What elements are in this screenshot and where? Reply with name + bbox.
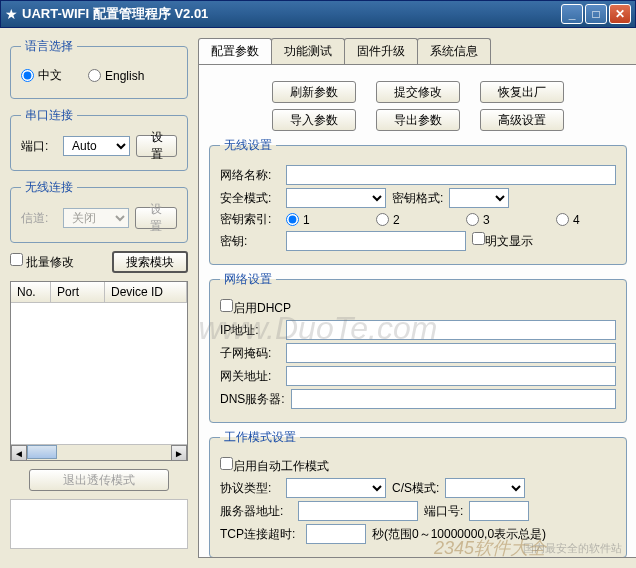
gateway-label: 网关地址: (220, 368, 280, 385)
search-module-button[interactable]: 搜索模块 (112, 251, 188, 273)
network-settings-group: 网络设置 启用DHCP IP地址: 子网掩码: 网关地址: DNS服务器 (209, 271, 627, 423)
keyidx-label: 密钥索引: (220, 211, 280, 228)
titlebar: ★ UART-WIFI 配置管理程序 V2.01 _ □ ✕ (0, 0, 636, 28)
wireless-settings-group: 无线设置 网络名称: 安全模式: 密钥格式: 密钥索引: 1 2 3 (209, 137, 627, 265)
channel-label: 信道: (21, 210, 57, 227)
serverport-input[interactable] (469, 501, 529, 521)
dhcp-checkbox[interactable]: 启用DHCP (220, 299, 291, 317)
csmode-label: C/S模式: (392, 480, 439, 497)
table-body (11, 303, 187, 443)
right-panel: 配置参数 功能测试 固件升级 系统信息 刷新参数 提交修改 恢复出厂 导入参数 … (198, 38, 636, 558)
workmode-group: 工作模式设置 启用自动工作模式 协议类型: C/S模式: 服务器地址: 端口号: (209, 429, 627, 558)
wireless-settings-legend: 无线设置 (220, 137, 276, 154)
key-label: 密钥: (220, 233, 280, 250)
timeout-hint: 秒(范围0～10000000,0表示总是) (372, 526, 546, 543)
submit-button[interactable]: 提交修改 (376, 81, 460, 103)
language-legend: 语言选择 (21, 38, 77, 55)
plaintext-checkbox[interactable]: 明文显示 (472, 232, 533, 250)
ip-input[interactable] (286, 320, 616, 340)
tab-content: 刷新参数 提交修改 恢复出厂 导入参数 导出参数 高级设置 无线设置 网络名称:… (198, 64, 636, 558)
mask-label: 子网掩码: (220, 345, 280, 362)
language-group: 语言选择 中文 English (10, 38, 188, 99)
protocol-label: 协议类型: (220, 480, 280, 497)
key-input[interactable] (286, 231, 466, 251)
exit-transparent-button: 退出透传模式 (29, 469, 169, 491)
channel-select: 关闭 (63, 208, 129, 228)
window-buttons: _ □ ✕ (561, 4, 631, 24)
app-icon: ★ (5, 6, 18, 22)
lang-cn-radio[interactable]: 中文 (21, 67, 62, 84)
mask-input[interactable] (286, 343, 616, 363)
device-table: No. Port Device ID ◄ ► (10, 281, 188, 461)
serial-set-button[interactable]: 设置 (136, 135, 177, 157)
tab-sysinfo[interactable]: 系统信息 (417, 38, 491, 64)
batch-checkbox[interactable]: 批量修改 (10, 253, 74, 271)
serverport-label: 端口号: (424, 503, 463, 520)
wireless-conn-legend: 无线连接 (21, 179, 77, 196)
scroll-right-icon[interactable]: ► (171, 445, 187, 461)
batch-row: 批量修改 搜索模块 (10, 251, 188, 273)
left-panel: 语言选择 中文 English 串口连接 端口: Auto 设置 (10, 38, 188, 558)
scroll-left-icon[interactable]: ◄ (11, 445, 27, 461)
protocol-select[interactable] (286, 478, 386, 498)
button-row-1: 刷新参数 提交修改 恢复出厂 (209, 81, 627, 103)
keyfmt-select[interactable] (449, 188, 509, 208)
timeout-input[interactable] (306, 524, 366, 544)
import-button[interactable]: 导入参数 (272, 109, 356, 131)
server-input[interactable] (298, 501, 418, 521)
col-device[interactable]: Device ID (105, 282, 187, 302)
tab-config[interactable]: 配置参数 (198, 38, 272, 64)
security-label: 安全模式: (220, 190, 280, 207)
window-title: UART-WIFI 配置管理程序 V2.01 (22, 5, 561, 23)
serial-group: 串口连接 端口: Auto 设置 (10, 107, 188, 171)
scroll-thumb[interactable] (27, 445, 57, 459)
maximize-button[interactable]: □ (585, 4, 607, 24)
ip-label: IP地址: (220, 322, 280, 339)
lang-en-radio[interactable]: English (88, 69, 144, 83)
server-label: 服务器地址: (220, 503, 292, 520)
col-port[interactable]: Port (51, 282, 105, 302)
restore-button[interactable]: 恢复出厂 (480, 81, 564, 103)
dns-input[interactable] (291, 389, 616, 409)
tab-test[interactable]: 功能测试 (271, 38, 345, 64)
content: 语言选择 中文 English 串口连接 端口: Auto 设置 (0, 28, 636, 568)
log-box (10, 499, 188, 549)
close-button[interactable]: ✕ (609, 4, 631, 24)
horizontal-scrollbar[interactable]: ◄ ► (11, 444, 187, 460)
export-button[interactable]: 导出参数 (376, 109, 460, 131)
keyidx-4[interactable]: 4 (556, 213, 616, 227)
timeout-label: TCP连接超时: (220, 526, 300, 543)
refresh-button[interactable]: 刷新参数 (272, 81, 356, 103)
keyfmt-label: 密钥格式: (392, 190, 443, 207)
csmode-select[interactable] (445, 478, 525, 498)
ssid-label: 网络名称: (220, 167, 280, 184)
keyidx-radios: 1 2 3 4 (286, 213, 616, 227)
tab-upgrade[interactable]: 固件升级 (344, 38, 418, 64)
keyidx-1[interactable]: 1 (286, 213, 346, 227)
table-header: No. Port Device ID (11, 282, 187, 303)
gateway-input[interactable] (286, 366, 616, 386)
ssid-input[interactable] (286, 165, 616, 185)
keyidx-3[interactable]: 3 (466, 213, 526, 227)
tabs: 配置参数 功能测试 固件升级 系统信息 (198, 38, 636, 64)
auto-checkbox[interactable]: 启用自动工作模式 (220, 457, 329, 475)
dns-label: DNS服务器: (220, 391, 285, 408)
col-no[interactable]: No. (11, 282, 51, 302)
keyidx-2[interactable]: 2 (376, 213, 436, 227)
wireless-conn-group: 无线连接 信道: 关闭 设置 (10, 179, 188, 243)
wireless-set-button: 设置 (135, 207, 177, 229)
port-select[interactable]: Auto (63, 136, 130, 156)
serial-legend: 串口连接 (21, 107, 77, 124)
workmode-legend: 工作模式设置 (220, 429, 300, 446)
advanced-button[interactable]: 高级设置 (480, 109, 564, 131)
button-row-2: 导入参数 导出参数 高级设置 (209, 109, 627, 131)
security-select[interactable] (286, 188, 386, 208)
port-label: 端口: (21, 138, 57, 155)
minimize-button[interactable]: _ (561, 4, 583, 24)
network-settings-legend: 网络设置 (220, 271, 276, 288)
